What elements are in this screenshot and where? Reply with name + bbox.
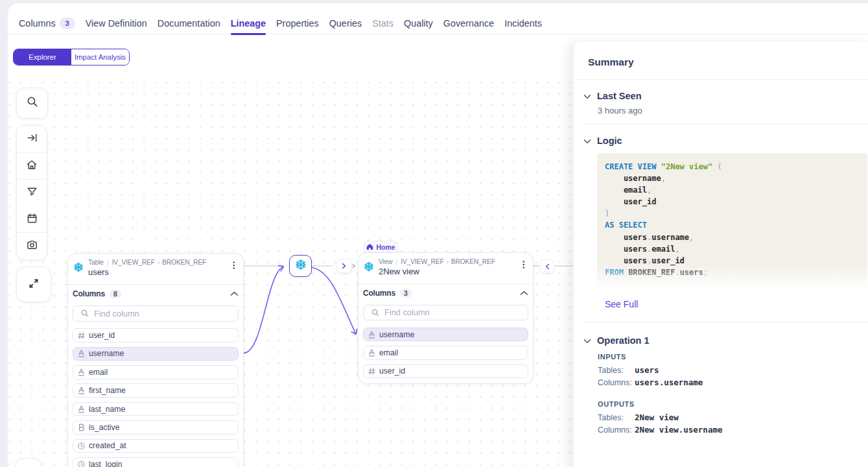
column-row-user_id[interactable]: user_id — [363, 365, 528, 379]
column-row-email[interactable]: email — [363, 346, 528, 360]
expand-icon — [27, 277, 40, 293]
home-icon — [25, 158, 38, 174]
edge-users-username-to-process — [244, 267, 283, 353]
snowflake-icon — [295, 259, 307, 273]
view-columns-header: Columns 3 — [358, 284, 533, 300]
last-seen-section-header[interactable]: Last Seen — [583, 90, 642, 102]
kebab-menu-icon[interactable] — [521, 259, 526, 270]
code-line: FROM BROKEN_REF.users; — [605, 267, 860, 278]
column-row-last_name[interactable]: last_name — [73, 402, 239, 416]
chevron-down-icon — [583, 90, 591, 102]
last-seen-value: 3 hours ago — [598, 106, 642, 115]
tab-properties[interactable]: Properties — [276, 12, 319, 34]
text-type-icon — [78, 387, 85, 394]
text-type-icon — [368, 331, 375, 339]
columns-label: Columns: — [598, 378, 635, 387]
screenshot-button[interactable] — [17, 233, 47, 259]
home-view-button[interactable] — [17, 153, 47, 180]
table-node-users[interactable]: Table | IV_VIEW_REF › BROKEN_REF users — [67, 253, 244, 467]
columns-section-label: Columns — [363, 289, 395, 298]
tab-governance[interactable]: Governance — [443, 12, 494, 34]
tab-lineage[interactable]: Lineage — [231, 12, 266, 34]
view-node-meta: View | IV_VIEW_REF › BROKEN_REF 2New vie… — [379, 258, 521, 276]
search-icon — [81, 309, 89, 317]
chevron-right-icon — [342, 260, 346, 272]
sql-code-block[interactable]: CREATE VIEW "2New view" ( username, emai… — [597, 153, 867, 291]
columns-count-badge: 3 — [60, 18, 75, 29]
find-column-placeholder: Find column — [384, 307, 430, 317]
toolbar-peek-button[interactable] — [16, 458, 41, 467]
tab-documentation[interactable]: Documentation — [158, 12, 220, 34]
columns-count-badge: 3 — [400, 289, 412, 298]
code-line: username, — [605, 173, 860, 184]
database-name: IV_VIEW_REF — [401, 258, 443, 266]
logic-section-header[interactable]: Logic — [583, 135, 622, 147]
tab-incidents[interactable]: Incidents — [504, 12, 542, 34]
column-row-is_active[interactable]: is_active — [73, 420, 239, 435]
table-node-title: users — [88, 267, 231, 277]
tab-view-definition[interactable]: View Definition — [86, 12, 147, 34]
number-type-icon — [368, 368, 375, 375]
code-line: CREATE VIEW "2New view" ( — [605, 161, 860, 173]
tab-bar: Columns 3 View Definition Documentation … — [8, 3, 868, 34]
impact-analysis-toggle-button[interactable]: Impact Analysis — [71, 49, 129, 65]
fullscreen-button[interactable] — [16, 267, 51, 302]
asset-kind-label: View — [379, 258, 393, 266]
main-card: Columns 3 View Definition Documentation … — [8, 3, 868, 467]
tab-stats[interactable]: Stats — [372, 12, 393, 34]
canvas-search-button[interactable] — [16, 88, 48, 119]
tab-quality[interactable]: Quality — [404, 12, 433, 34]
column-row-created_at[interactable]: created_at — [73, 439, 239, 453]
column-row-username[interactable]: username — [73, 347, 239, 361]
boolean-type-icon — [78, 424, 85, 431]
code-line: email, — [605, 184, 860, 196]
divider — [574, 79, 868, 80]
column-row-first_name[interactable]: first_name — [73, 383, 239, 398]
search-icon — [26, 95, 39, 111]
code-line: AS SELECT — [605, 219, 860, 231]
see-full-link[interactable]: See Full — [605, 299, 638, 309]
inputs-tables-row: Tables: users — [598, 365, 659, 375]
home-tag-label: Home — [376, 243, 395, 251]
timestamp-type-icon — [78, 442, 85, 450]
inputs-columns-row: Columns: users.username — [598, 377, 703, 387]
home-tag[interactable]: Home — [364, 241, 398, 253]
chevron-up-icon[interactable] — [230, 291, 239, 296]
edge-collapse-button[interactable] — [540, 259, 554, 273]
code-line: users.username, — [605, 232, 860, 243]
edge-expand-button[interactable] — [336, 259, 351, 273]
outputs-columns-row: Columns: 2New view.username — [598, 425, 722, 435]
column-row-last_login[interactable]: last_login — [73, 457, 239, 467]
column-row-email[interactable]: email — [73, 365, 239, 379]
text-type-icon — [78, 368, 85, 376]
operation-section-header[interactable]: Operation 1 — [583, 335, 650, 346]
table-find-column-input[interactable]: Find column — [73, 305, 239, 322]
calendar-icon — [26, 212, 38, 227]
inputs-columns-value: users.username — [635, 377, 703, 387]
view-node-title: 2New view — [379, 267, 521, 276]
column-row-username[interactable]: username — [363, 328, 528, 342]
filter-button[interactable] — [17, 180, 47, 206]
table-columns-header: Columns 8 — [68, 285, 243, 300]
code-line: user_id — [605, 196, 860, 208]
view-node-2new-view[interactable]: View | IV_VIEW_REF › BROKEN_REF 2New vie… — [358, 252, 534, 384]
last-seen-heading: Last Seen — [597, 91, 642, 101]
table-node-header: Table | IV_VIEW_REF › BROKEN_REF users — [68, 254, 243, 284]
view-find-column-input[interactable]: Find column — [363, 305, 528, 321]
tab-queries[interactable]: Queries — [329, 12, 362, 34]
schedule-button[interactable] — [17, 206, 47, 233]
tables-label: Tables: — [598, 366, 635, 375]
collapse-panel-button[interactable] — [17, 126, 47, 152]
snowflake-icon — [73, 262, 84, 275]
summary-panel: Summary Last Seen 3 hours ago Logic CREA… — [573, 41, 868, 467]
kebab-menu-icon[interactable] — [231, 260, 237, 270]
tab-columns[interactable]: Columns 3 — [19, 12, 75, 34]
inputs-label: INPUTS — [598, 353, 626, 361]
summary-title: Summary — [588, 56, 634, 68]
column-row-user_id[interactable]: user_id — [73, 328, 239, 342]
explorer-toggle-button[interactable]: Explorer — [14, 49, 71, 65]
chevron-right-icon: › — [158, 259, 159, 267]
process-node[interactable] — [289, 255, 312, 277]
chevron-up-icon[interactable] — [520, 291, 528, 296]
text-type-icon — [78, 350, 85, 357]
